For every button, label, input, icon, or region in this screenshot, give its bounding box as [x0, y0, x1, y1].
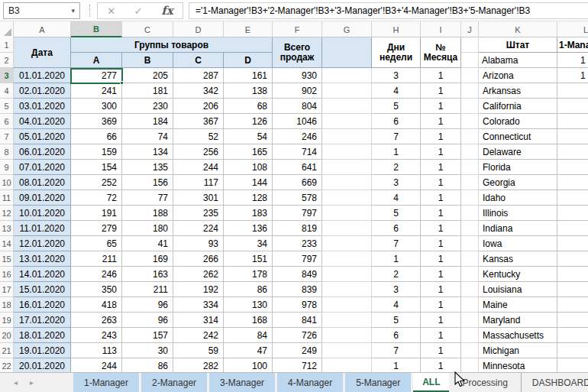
empty-cell[interactable] [461, 190, 479, 206]
extra-cell[interactable] [557, 83, 588, 99]
month-cell[interactable]: 1 [421, 190, 461, 206]
column-header-F[interactable]: F [273, 21, 322, 37]
empty-cell[interactable] [322, 190, 372, 206]
b-cell[interactable]: 169 [122, 251, 173, 267]
row-header-2[interactable]: 2 [0, 53, 14, 68]
empty-cell[interactable] [322, 160, 372, 175]
a-cell[interactable]: 244 [71, 358, 122, 372]
c-cell[interactable]: 342 [173, 83, 224, 99]
row-header-14[interactable]: 14 [0, 236, 14, 251]
d-cell[interactable]: 34 [224, 236, 273, 251]
c-cell[interactable]: 314 [173, 313, 224, 328]
column-header-I[interactable]: I [421, 21, 461, 37]
row-header-4[interactable]: 4 [0, 83, 14, 99]
sheet-tab-all[interactable]: ALL [413, 373, 449, 392]
empty-cell[interactable] [461, 206, 479, 221]
a-cell[interactable]: 211 [71, 251, 122, 267]
cell-date-header[interactable]: Дата [14, 37, 71, 68]
empty-cell[interactable] [461, 114, 479, 129]
empty-cell[interactable] [461, 343, 479, 358]
column-header-H[interactable]: H [372, 21, 421, 37]
row-header-18[interactable]: 18 [0, 297, 14, 313]
b-cell[interactable]: 188 [122, 206, 173, 221]
b-cell[interactable]: 30 [122, 343, 173, 358]
state-cell[interactable]: Massachusetts [479, 328, 557, 343]
c-cell[interactable]: 59 [173, 343, 224, 358]
month-cell[interactable]: 1 [421, 297, 461, 313]
month-cell[interactable]: 1 [421, 251, 461, 267]
c-cell[interactable]: 52 [173, 129, 224, 144]
empty-cell[interactable] [322, 99, 372, 114]
next-sheet-icon[interactable]: ▸ [30, 378, 34, 387]
month-cell[interactable]: 1 [421, 267, 461, 282]
column-header-C[interactable]: C [122, 21, 173, 37]
d-cell[interactable]: 165 [224, 144, 273, 160]
d-cell[interactable]: 168 [224, 313, 273, 328]
empty-cell[interactable] [461, 175, 479, 190]
weekday-cell[interactable]: 2 [372, 267, 421, 282]
state-cell[interactable]: Maine [479, 297, 557, 313]
row-header-5[interactable]: 5 [0, 99, 14, 114]
empty-cell[interactable] [461, 160, 479, 175]
a-cell[interactable]: 66 [71, 129, 122, 144]
column-header-L[interactable]: L [557, 21, 588, 37]
total-cell[interactable]: 578 [273, 190, 322, 206]
b-cell[interactable]: 77 [122, 190, 173, 206]
cell-extra-header[interactable]: 1-Manager [557, 37, 588, 53]
row-header-3[interactable]: 3 [0, 68, 14, 83]
state-cell[interactable]: Colorado [479, 114, 557, 129]
extra-cell[interactable] [557, 221, 588, 236]
extra-cell[interactable] [557, 297, 588, 313]
total-cell[interactable]: 797 [273, 206, 322, 221]
extra-cell[interactable] [557, 251, 588, 267]
empty-cell[interactable] [322, 343, 372, 358]
c-cell[interactable]: 206 [173, 99, 224, 114]
column-header-K[interactable]: K [479, 21, 557, 37]
d-cell[interactable]: 126 [224, 114, 273, 129]
total-cell[interactable]: 849 [273, 267, 322, 282]
cell-total-header[interactable]: Всего продаж [273, 37, 322, 68]
row-header-15[interactable]: 15 [0, 251, 14, 267]
date-cell[interactable]: 05.01.2020 [14, 129, 71, 144]
formula-input[interactable]: ='1-Manager'!B3+'2-Manager'!B3+'3-Manage… [189, 2, 588, 19]
date-cell[interactable]: 13.01.2020 [14, 251, 71, 267]
weekday-cell[interactable]: 1 [372, 144, 421, 160]
weekday-cell[interactable]: 4 [372, 297, 421, 313]
cell-state-alabama[interactable]: Alabama [479, 53, 557, 68]
date-cell[interactable]: 19.01.2020 [14, 343, 71, 358]
month-cell[interactable]: 1 [421, 328, 461, 343]
date-cell[interactable]: 02.01.2020 [14, 83, 71, 99]
weekday-cell[interactable]: 5 [372, 206, 421, 221]
extra-cell[interactable] [557, 206, 588, 221]
insert-function-icon[interactable]: fx [161, 4, 173, 18]
column-header-B[interactable]: B [71, 21, 122, 37]
d-cell[interactable]: 183 [224, 206, 273, 221]
date-cell[interactable]: 11.01.2020 [14, 221, 71, 236]
cell-month-header[interactable]: № Месяца [421, 37, 461, 68]
total-cell[interactable]: 1046 [273, 114, 322, 129]
month-cell[interactable]: 1 [421, 83, 461, 99]
month-cell[interactable]: 1 [421, 358, 461, 372]
extra-cell[interactable] [557, 160, 588, 175]
weekday-cell[interactable]: 5 [372, 99, 421, 114]
a-cell[interactable]: 154 [71, 160, 122, 175]
cell-groups-header[interactable]: Группы товаров [71, 37, 273, 53]
d-cell[interactable]: 86 [224, 282, 273, 297]
state-cell[interactable]: Connecticut [479, 129, 557, 144]
state-cell[interactable]: Illinois [479, 206, 557, 221]
empty-cell[interactable] [322, 236, 372, 251]
b-cell[interactable]: 205 [122, 68, 173, 83]
b-cell[interactable]: 41 [122, 236, 173, 251]
weekday-cell[interactable]: 7 [372, 343, 421, 358]
total-cell[interactable]: 841 [273, 313, 322, 328]
c-cell[interactable]: 367 [173, 114, 224, 129]
cell-group-d[interactable]: D [224, 53, 273, 68]
empty-cell[interactable] [461, 328, 479, 343]
total-cell[interactable]: 902 [273, 83, 322, 99]
weekday-cell[interactable]: 4 [372, 190, 421, 206]
empty-cell[interactable] [461, 282, 479, 297]
empty-cell[interactable] [322, 129, 372, 144]
empty-cell[interactable] [322, 221, 372, 236]
sheet-tab-4-manager[interactable]: 4-Manager [277, 373, 343, 392]
row-header-20[interactable]: 20 [0, 328, 14, 343]
